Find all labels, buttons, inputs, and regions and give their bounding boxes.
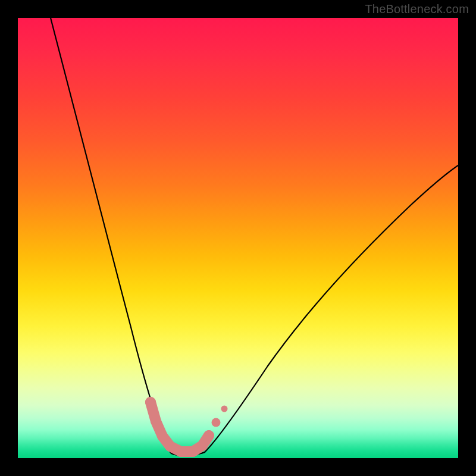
sausage-joint — [187, 446, 198, 457]
watermark-text: TheBottleneck.com — [365, 2, 469, 16]
marker-dot — [212, 418, 221, 427]
chart-stage: TheBottleneck.com — [0, 0, 476, 476]
marker-dot — [221, 406, 228, 412]
sausage-joint — [176, 446, 186, 457]
sausage-joint — [145, 397, 156, 408]
curve-left-branch — [51, 18, 171, 453]
sausage-joint — [203, 430, 214, 441]
sausage-joint — [197, 440, 208, 451]
highlight-sausage — [151, 402, 209, 452]
curve-right-branch — [205, 165, 458, 452]
plot-area — [18, 18, 458, 458]
sausage-joint — [165, 441, 176, 452]
sausage-joint — [151, 416, 161, 427]
curve-valley-floor — [171, 452, 205, 456]
sausage-joint — [157, 431, 168, 441]
curve-layer — [18, 18, 458, 458]
